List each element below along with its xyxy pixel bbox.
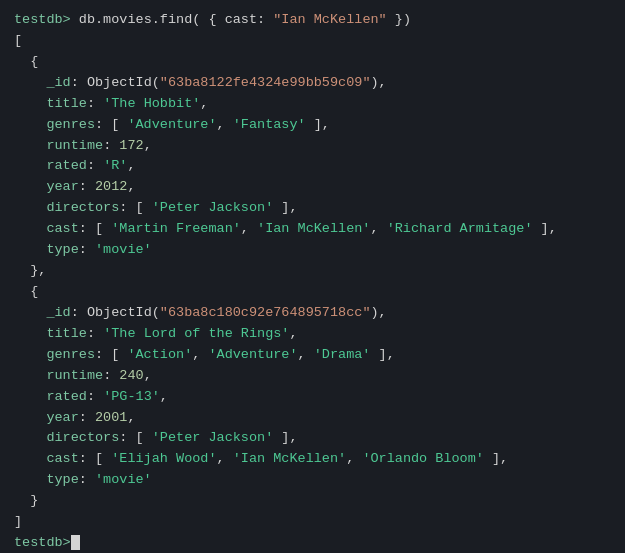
command-line: testdb> db.movies.find( { cast: "Ian McK…	[14, 10, 611, 31]
doc2-cast: cast: [ 'Elijah Wood', 'Ian McKellen', '…	[14, 449, 611, 470]
doc2-close: }	[14, 491, 611, 512]
array-close: ]	[14, 512, 611, 533]
doc1-genres: genres: [ 'Adventure', 'Fantasy' ],	[14, 115, 611, 136]
final-prompt-line[interactable]: testdb>	[14, 533, 611, 553]
doc2-genres: genres: [ 'Action', 'Adventure', 'Drama'…	[14, 345, 611, 366]
final-prompt: testdb>	[14, 535, 71, 550]
doc2-title: title: 'The Lord of the Rings',	[14, 324, 611, 345]
doc2-rated: rated: 'PG-13',	[14, 387, 611, 408]
doc1-type: type: 'movie'	[14, 240, 611, 261]
doc2-id: _id: ObjectId("63ba8c180c92e764895718cc"…	[14, 303, 611, 324]
doc2-runtime: runtime: 240,	[14, 366, 611, 387]
doc1-id: _id: ObjectId("63ba8122fe4324e99bb59c09"…	[14, 73, 611, 94]
doc1-close: },	[14, 261, 611, 282]
doc1-title: title: 'The Hobbit',	[14, 94, 611, 115]
terminal: testdb> db.movies.find( { cast: "Ian McK…	[0, 0, 625, 553]
array-open: [	[14, 31, 611, 52]
doc2-directors: directors: [ 'Peter Jackson' ],	[14, 428, 611, 449]
doc1-directors: directors: [ 'Peter Jackson' ],	[14, 198, 611, 219]
doc1-cast: cast: [ 'Martin Freeman', 'Ian McKellen'…	[14, 219, 611, 240]
doc1-year: year: 2012,	[14, 177, 611, 198]
cursor	[71, 535, 80, 550]
doc2-type: type: 'movie'	[14, 470, 611, 491]
doc1-rated: rated: 'R',	[14, 156, 611, 177]
doc2-year: year: 2001,	[14, 408, 611, 429]
doc1-runtime: runtime: 172,	[14, 136, 611, 157]
doc1-open: {	[14, 52, 611, 73]
prompt: testdb>	[14, 12, 71, 27]
command-text: db.movies.find( { cast: "Ian McKellen" }…	[71, 12, 411, 27]
doc2-open: {	[14, 282, 611, 303]
